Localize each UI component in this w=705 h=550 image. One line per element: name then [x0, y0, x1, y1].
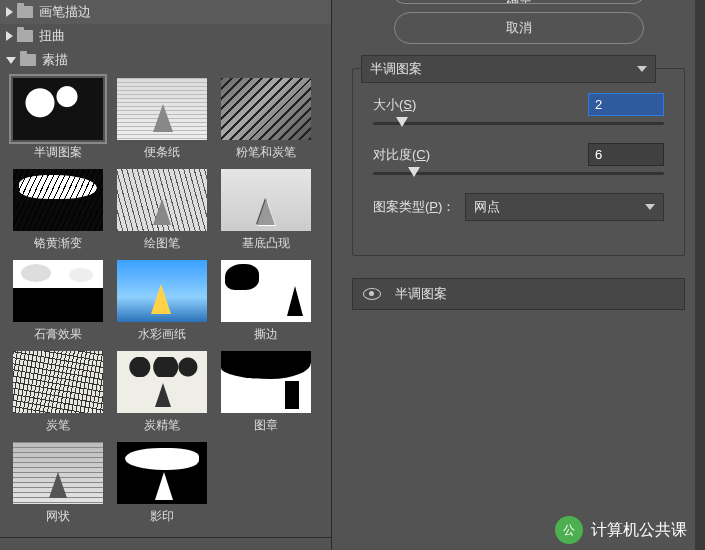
watermark: 公 计算机公共课 — [555, 516, 687, 544]
filter-grid: 半调图案 便条纸 粉笔和炭笔 铬黄渐变 绘图笔 基底凸现 — [0, 72, 331, 535]
filter-label: 石膏效果 — [6, 326, 110, 343]
category-label: 素描 — [42, 51, 68, 69]
filter-label: 便条纸 — [110, 144, 214, 161]
contrast-slider[interactable] — [373, 172, 664, 175]
filter-label: 炭精笔 — [110, 417, 214, 434]
filter-thumbnail — [13, 169, 103, 231]
filter-label: 网状 — [6, 508, 110, 525]
category-distort[interactable]: 扭曲 — [0, 24, 331, 48]
filter-thumbnail — [117, 442, 207, 504]
filter-item-graphic-pen[interactable]: 绘图笔 — [110, 169, 214, 252]
filter-label: 基底凸现 — [214, 235, 318, 252]
filter-label: 半调图案 — [6, 144, 110, 161]
size-label: 大小(S) — [373, 96, 588, 114]
chevron-right-icon — [6, 7, 13, 17]
params-group: 半调图案 大小(S) 对比度(C) 图案类型(P)： 网 — [352, 68, 685, 256]
size-slider[interactable] — [373, 122, 664, 125]
filter-label: 水彩画纸 — [110, 326, 214, 343]
filter-label: 绘图笔 — [110, 235, 214, 252]
chevron-down-icon — [6, 57, 16, 64]
filter-label: 撕边 — [214, 326, 318, 343]
effect-layer-name: 半调图案 — [395, 285, 447, 303]
category-sketch[interactable]: 素描 — [0, 48, 331, 72]
filter-label: 铬黄渐变 — [6, 235, 110, 252]
chevron-down-icon — [637, 66, 647, 72]
chevron-right-icon — [6, 31, 13, 41]
filter-item-halftone[interactable]: 半调图案 — [6, 78, 110, 161]
watermark-text: 计算机公共课 — [591, 520, 687, 541]
contrast-input[interactable] — [588, 143, 664, 166]
filters-sidebar: 画笔描边 扭曲 素描 半调图案 便条纸 粉笔和炭笔 — [0, 0, 332, 550]
filter-item-torn-edges[interactable]: 撕边 — [214, 260, 318, 343]
slider-handle[interactable] — [396, 117, 408, 127]
filter-item-plaster[interactable]: 石膏效果 — [6, 260, 110, 343]
filter-item-charcoal[interactable]: 炭笔 — [6, 351, 110, 434]
eye-icon[interactable] — [363, 288, 381, 300]
pattern-type-value: 网点 — [474, 198, 500, 216]
ok-button[interactable]: 确定 — [394, 0, 644, 4]
filter-thumbnail — [221, 260, 311, 322]
folder-icon — [17, 6, 33, 18]
category-label: 画笔描边 — [39, 3, 91, 21]
filter-thumbnail — [13, 78, 103, 140]
filter-thumbnail — [221, 78, 311, 140]
size-input[interactable] — [588, 93, 664, 116]
filter-item-stamp[interactable]: 图章 — [214, 351, 318, 434]
filter-label: 影印 — [110, 508, 214, 525]
contrast-label: 对比度(C) — [373, 146, 588, 164]
filter-label: 炭笔 — [6, 417, 110, 434]
effect-layer-row[interactable]: 半调图案 — [352, 278, 685, 310]
pattern-type-select[interactable]: 网点 — [465, 193, 664, 221]
cancel-button[interactable]: 取消 — [394, 12, 644, 44]
filter-thumbnail — [13, 442, 103, 504]
filter-thumbnail — [117, 260, 207, 322]
settings-panel: 确定 取消 半调图案 大小(S) 对比度(C) — [332, 0, 705, 550]
filter-select[interactable]: 半调图案 — [361, 55, 656, 83]
filter-item-photocopy[interactable]: 影印 — [110, 442, 214, 525]
docked-panel-edge — [695, 0, 705, 550]
filter-thumbnail — [117, 351, 207, 413]
filter-thumbnail — [13, 260, 103, 322]
slider-handle[interactable] — [408, 167, 420, 177]
filter-thumbnail — [13, 351, 103, 413]
filter-label: 图章 — [214, 417, 318, 434]
folder-icon — [20, 54, 36, 66]
filter-item-bas-relief[interactable]: 基底凸现 — [214, 169, 318, 252]
chevron-down-icon — [645, 204, 655, 210]
category-label: 扭曲 — [39, 27, 65, 45]
pattern-type-label: 图案类型(P)： — [373, 198, 455, 216]
wechat-icon: 公 — [555, 516, 583, 544]
filter-thumbnail — [221, 169, 311, 231]
filter-item-conte-crayon[interactable]: 炭精笔 — [110, 351, 214, 434]
category-brushstrokes[interactable]: 画笔描边 — [0, 0, 331, 24]
filter-thumbnail — [221, 351, 311, 413]
divider — [0, 537, 331, 538]
filter-thumbnail — [117, 169, 207, 231]
filter-item-notepaper[interactable]: 便条纸 — [110, 78, 214, 161]
filter-item-waterpaper[interactable]: 水彩画纸 — [110, 260, 214, 343]
filter-item-reticulation[interactable]: 网状 — [6, 442, 110, 525]
filter-thumbnail — [117, 78, 207, 140]
filter-select-value: 半调图案 — [370, 60, 422, 78]
filter-item-chalk-charcoal[interactable]: 粉笔和炭笔 — [214, 78, 318, 161]
filter-label: 粉笔和炭笔 — [214, 144, 318, 161]
folder-icon — [17, 30, 33, 42]
filter-item-chrome[interactable]: 铬黄渐变 — [6, 169, 110, 252]
